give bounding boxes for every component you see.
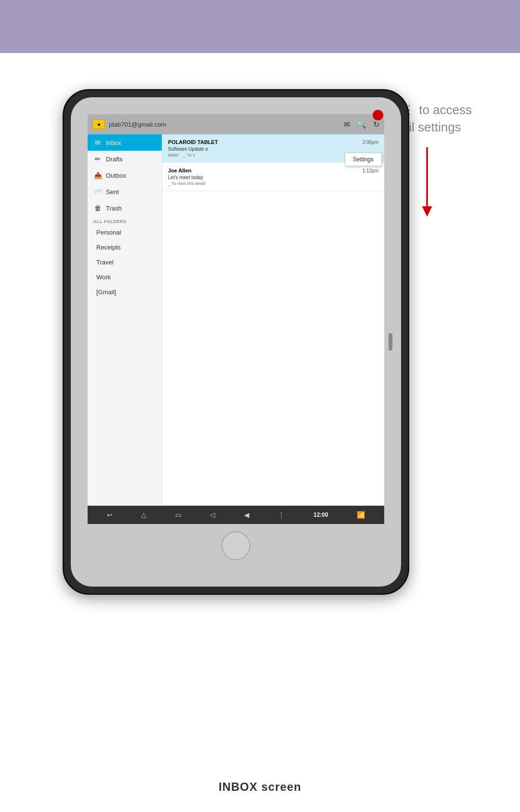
- app-icon: ★: [92, 119, 105, 129]
- inbox-icon: ✉: [93, 139, 102, 146]
- svg-marker-1: [422, 206, 432, 217]
- tablet-screen: ★ ptab701@gmail.com ✉ 🔍 ↻ ✉ Inbox: [88, 114, 384, 524]
- sidebar-item-sent[interactable]: 📨 Sent: [88, 183, 162, 200]
- recent-icon[interactable]: ▭: [175, 511, 182, 519]
- drafts-label: Drafts: [106, 156, 123, 163]
- top-banner: [0, 0, 520, 53]
- tablet-outer-shell: ★ ptab701@gmail.com ✉ 🔍 ↻ ✉ Inbox: [63, 89, 409, 595]
- all-folders-label: ALL FOLDERS: [88, 216, 162, 225]
- account-label: ptab701@gmail.com: [109, 121, 344, 128]
- trash-label: Trash: [106, 205, 122, 212]
- page-caption: INBOX screen: [219, 780, 301, 794]
- back-icon[interactable]: ↩: [107, 511, 113, 519]
- topbar-actions: ✉ 🔍 ↻: [344, 120, 379, 129]
- email-body: ✉ Inbox ✏ Drafts 📤 Outbox 📨: [88, 134, 384, 524]
- email-topbar: ★ ptab701@gmail.com ✉ 🔍 ↻: [88, 114, 384, 134]
- email-item-1-header: POLAROID TABLET 2:00pm: [168, 139, 378, 145]
- sidebar-item-outbox[interactable]: 📤 Outbox: [88, 167, 162, 183]
- search-icon[interactable]: 🔍: [357, 120, 366, 129]
- home-button[interactable]: [221, 531, 250, 560]
- email-1-subject: Software Update o: [168, 146, 378, 152]
- email-item-1[interactable]: POLAROID TABLET 2:00pm Software Update o…: [162, 134, 384, 163]
- menu-icon[interactable]: ⋮: [278, 511, 285, 519]
- sent-label: Sent: [106, 188, 119, 196]
- sidebar-item-inbox[interactable]: ✉ Inbox: [88, 134, 162, 151]
- folder-travel[interactable]: Travel: [88, 255, 162, 270]
- sent-icon: 📨: [93, 188, 102, 196]
- tablet-navbar: ↩ △ ▭ ◁ ◀ ⋮ 12:00 📶: [88, 506, 384, 524]
- folder-receipts[interactable]: Receipts: [88, 240, 162, 255]
- side-button[interactable]: [389, 333, 392, 351]
- sidebar-item-drafts[interactable]: ✏ Drafts: [88, 151, 162, 167]
- vol-down-icon[interactable]: ◁: [210, 511, 215, 519]
- inbox-label: Inbox: [106, 139, 121, 146]
- email-item-2[interactable]: Joe Allen 1:12pm Let's meet today _ To v…: [162, 163, 384, 191]
- red-circle-indicator: [373, 110, 383, 120]
- email-2-sender: Joe Allen: [168, 168, 192, 173]
- email-2-subject: Let's meet today: [168, 175, 378, 180]
- outbox-icon: 📤: [93, 171, 102, 179]
- email-list: POLAROID TABLET 2:00pm Software Update o…: [162, 134, 384, 524]
- folder-personal[interactable]: Personal: [88, 225, 162, 240]
- sidebar-item-trash[interactable]: 🗑 Trash: [88, 200, 162, 216]
- compose-icon[interactable]: ✉: [344, 120, 350, 129]
- red-arrow: [410, 144, 444, 222]
- folder-gmail[interactable]: [Gmail]: [88, 285, 162, 300]
- email-1-sender: POLAROID TABLET: [168, 139, 218, 145]
- refresh-icon[interactable]: ↻: [373, 120, 379, 129]
- home-icon[interactable]: △: [141, 511, 146, 519]
- email-2-time: 1:12pm: [363, 168, 378, 173]
- tablet-inner-shell: ★ ptab701@gmail.com ✉ 🔍 ↻ ✉ Inbox: [71, 97, 401, 587]
- status-time: 12:00: [313, 511, 328, 518]
- folder-work[interactable]: Work: [88, 270, 162, 285]
- settings-popup[interactable]: Settings: [345, 153, 382, 166]
- email-sidebar: ✉ Inbox ✏ Drafts 📤 Outbox 📨: [88, 134, 162, 524]
- drafts-icon: ✏: [93, 155, 102, 163]
- email-1-time: 2:00pm: [363, 140, 378, 145]
- tablet-device: ★ ptab701@gmail.com ✉ 🔍 ↻ ✉ Inbox: [63, 89, 409, 595]
- outbox-label: Outbox: [106, 172, 126, 179]
- email-item-2-header: Joe Allen 1:12pm: [168, 168, 378, 173]
- vol-up-icon[interactable]: ◀: [244, 511, 249, 519]
- wifi-icon: 📶: [357, 511, 365, 519]
- email-2-preview: _ To view this email: [168, 181, 378, 186]
- trash-icon: 🗑: [93, 204, 102, 212]
